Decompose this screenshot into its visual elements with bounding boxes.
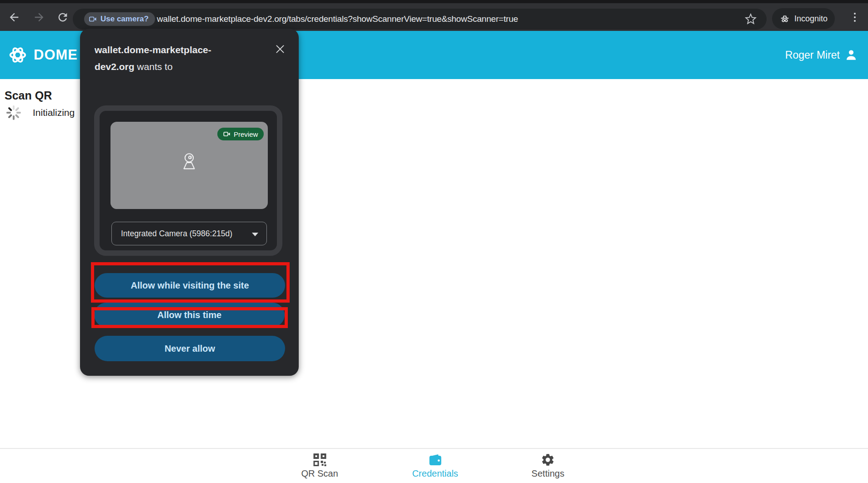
tab-settings[interactable]: Settings [532,453,564,479]
dialog-title: wallet.dome-marketplace- dev2.org wants … [95,41,267,75]
reload-icon[interactable] [56,11,69,24]
tab-qr-scan[interactable]: QR Scan [301,453,338,479]
gear-icon [541,453,555,467]
window-frame [0,0,868,3]
forward-icon[interactable] [33,11,45,24]
scanner-status: Initializing [5,105,75,121]
camera-icon [223,130,231,138]
use-camera-chip[interactable]: Use camera? [84,12,155,26]
browser-menu-icon[interactable] [848,11,861,24]
incognito-label: Incognito [794,14,828,24]
brand-name: DOME [34,47,78,63]
wallet-icon [428,453,442,467]
incognito-icon [779,13,790,24]
person-icon [844,48,858,62]
bottom-tab-bar: QR Scan Credentials Settings [0,448,868,483]
browser-toolbar: Use camera? wallet.dome-marketplace-dev2… [0,3,868,31]
tab-label: QR Scan [301,468,338,479]
url-text: wallet.dome-marketplace-dev2.org/tabs/cr… [157,9,518,30]
qr-code-icon [312,453,327,467]
tab-label: Settings [532,468,564,479]
origin-line2: dev2.org [95,61,135,72]
webcam-icon [179,151,200,174]
use-camera-chip-label: Use camera? [100,15,149,24]
dome-logo-icon [7,45,28,65]
preview-badge: Preview [217,128,264,140]
incognito-badge: Incognito [772,8,835,29]
camera-icon [89,15,97,23]
address-bar[interactable]: Use camera? wallet.dome-marketplace-dev2… [73,9,767,30]
camera-device-value: Integrated Camera (5986:215d) [121,229,232,239]
preview-badge-label: Preview [234,130,258,138]
tab-credentials[interactable]: Credentials [412,453,458,479]
origin-line1: wallet.dome-marketplace- [95,45,211,55]
loading-spinner [5,105,22,121]
status-text: Initializing [33,107,75,118]
close-icon[interactable] [273,42,287,56]
wants-to-text: wants to [135,61,173,72]
bookmark-star-icon[interactable] [745,13,757,25]
back-icon[interactable] [8,11,20,24]
never-allow-button[interactable]: Never allow [95,336,285,361]
annotation-box-allow-site [91,262,290,303]
user-menu[interactable]: Roger Miret [785,48,858,62]
brand: DOME [7,45,78,65]
user-name: Roger Miret [785,49,840,61]
camera-permission-dialog: wallet.dome-marketplace- dev2.org wants … [80,29,299,376]
tab-label: Credentials [412,468,458,479]
camera-device-select[interactable]: Integrated Camera (5986:215d) [111,222,267,245]
page-title: Scan QR [5,89,52,102]
chevron-down-icon [252,233,258,236]
annotation-box-allow-once [91,307,288,328]
